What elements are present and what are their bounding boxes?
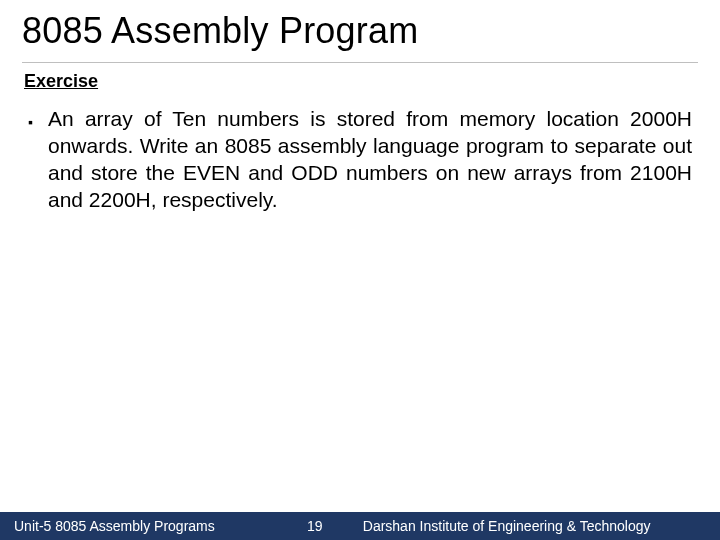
subtitle-area: Exercise [0, 63, 720, 96]
footer-unit: Unit-5 8085 Assembly Programs [14, 518, 215, 534]
body-area: ▪ An array of Ten numbers is stored from… [0, 96, 720, 540]
footer-page-number: 19 [285, 518, 345, 534]
page-title: 8085 Assembly Program [22, 10, 698, 52]
subtitle: Exercise [24, 71, 696, 92]
footer-institute: Darshan Institute of Engineering & Techn… [345, 518, 706, 534]
bullet-icon: ▪ [28, 106, 48, 136]
slide: 8085 Assembly Program Exercise ▪ An arra… [0, 0, 720, 540]
footer-bar: Unit-5 8085 Assembly Programs 19 Darshan… [0, 512, 720, 540]
list-item: ▪ An array of Ten numbers is stored from… [28, 106, 692, 214]
title-area: 8085 Assembly Program [0, 0, 720, 58]
bullet-text: An array of Ten numbers is stored from m… [48, 106, 692, 214]
